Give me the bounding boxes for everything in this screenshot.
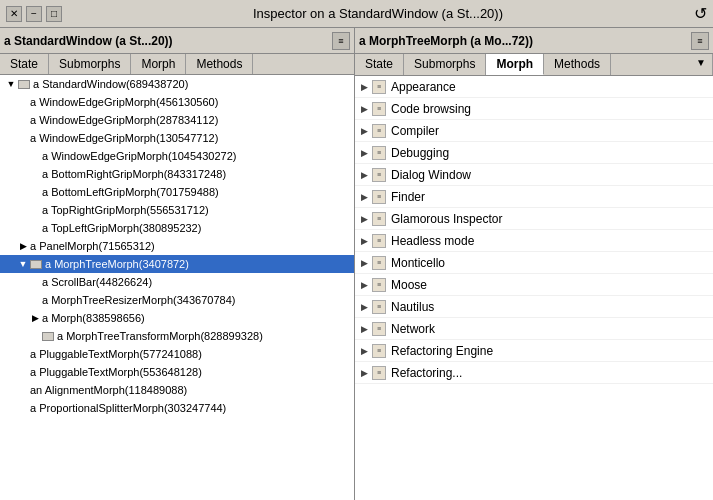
tree-row[interactable]: a WindowEdgeGripMorph(456130560) bbox=[0, 93, 354, 111]
tree-row[interactable]: ▶a PanelMorph(71565312) bbox=[0, 237, 354, 255]
right-panel-title: a MorphTreeMorph (a Mo...72)) bbox=[359, 34, 687, 48]
tree-item-label: an AlignmentMorph(118489088) bbox=[30, 384, 187, 396]
tree-row[interactable]: a BottomRightGripMorph(843317248) bbox=[0, 165, 354, 183]
tree-item-label: a PluggableTextMorph(577241088) bbox=[30, 348, 202, 360]
list-item[interactable]: ▶≡Refactoring Engine bbox=[355, 340, 713, 362]
tree-expand-icon[interactable]: ▶ bbox=[16, 241, 30, 251]
tree-row[interactable]: ▼a StandardWindow(689438720) bbox=[0, 75, 354, 93]
tree-item-label: a WindowEdgeGripMorph(287834112) bbox=[30, 114, 218, 126]
right-tab-submorphs[interactable]: Submorphs bbox=[404, 54, 486, 75]
list-item[interactable]: ▶≡Compiler bbox=[355, 120, 713, 142]
list-item-icon: ≡ bbox=[372, 322, 386, 336]
close-button[interactable]: ✕ bbox=[6, 6, 22, 22]
right-panel-header: a MorphTreeMorph (a Mo...72)) ≡ bbox=[355, 28, 713, 54]
list-item-icon: ≡ bbox=[372, 212, 386, 226]
tree-expand-icon[interactable]: ▼ bbox=[4, 79, 18, 89]
left-tab-submorphs[interactable]: Submorphs bbox=[49, 54, 131, 74]
list-item[interactable]: ▶≡Monticello bbox=[355, 252, 713, 274]
right-tab-morph[interactable]: Morph bbox=[486, 54, 544, 75]
tree-item-label: a StandardWindow(689438720) bbox=[33, 78, 188, 90]
main-container: a StandardWindow (a St...20)) ≡ StateSub… bbox=[0, 28, 713, 500]
tree-row[interactable]: a WindowEdgeGripMorph(287834112) bbox=[0, 111, 354, 129]
list-item-label: Moose bbox=[391, 278, 427, 292]
list-expand-icon: ▶ bbox=[361, 236, 368, 246]
left-tab-methods[interactable]: Methods bbox=[186, 54, 253, 74]
list-item-label: Debugging bbox=[391, 146, 449, 160]
list-expand-icon: ▶ bbox=[361, 192, 368, 202]
list-item-label: Refactoring Engine bbox=[391, 344, 493, 358]
title-bar-controls: ✕ − □ bbox=[6, 6, 62, 22]
list-expand-icon: ▶ bbox=[361, 82, 368, 92]
list-item[interactable]: ▶≡Code browsing bbox=[355, 98, 713, 120]
tree-item-label: a Morph(838598656) bbox=[42, 312, 145, 324]
tree-row[interactable]: an AlignmentMorph(118489088) bbox=[0, 381, 354, 399]
right-panel-menu-icon[interactable]: ≡ bbox=[691, 32, 709, 50]
tree-item-label: a PanelMorph(71565312) bbox=[30, 240, 155, 252]
left-panel-header: a StandardWindow (a St...20)) ≡ bbox=[0, 28, 354, 54]
tree-item-label: a TopRightGripMorph(556531712) bbox=[42, 204, 209, 216]
list-item-label: Code browsing bbox=[391, 102, 471, 116]
tab-dropdown-icon[interactable]: ▼ bbox=[690, 54, 713, 75]
list-item[interactable]: ▶≡Nautilus bbox=[355, 296, 713, 318]
tree-row[interactable]: a ScrollBar(44826624) bbox=[0, 273, 354, 291]
refresh-button[interactable]: ↺ bbox=[694, 4, 707, 23]
tree-row[interactable]: a WindowEdgeGripMorph(1045430272) bbox=[0, 147, 354, 165]
tree-row[interactable]: a MorphTreeResizerMorph(343670784) bbox=[0, 291, 354, 309]
list-item[interactable]: ▶≡Refactoring... bbox=[355, 362, 713, 384]
list-item[interactable]: ▶≡Appearance bbox=[355, 76, 713, 98]
list-item[interactable]: ▶≡Glamorous Inspector bbox=[355, 208, 713, 230]
right-tab-bar: StateSubmorphsMorphMethods▼ bbox=[355, 54, 713, 76]
tree-row[interactable]: a TopRightGripMorph(556531712) bbox=[0, 201, 354, 219]
list-expand-icon: ▶ bbox=[361, 148, 368, 158]
tree-row[interactable]: a ProportionalSplitterMorph(303247744) bbox=[0, 399, 354, 417]
list-item[interactable]: ▶≡Network bbox=[355, 318, 713, 340]
tree-expand-icon[interactable]: ▼ bbox=[16, 259, 30, 269]
right-tab-state[interactable]: State bbox=[355, 54, 404, 75]
morph-icon bbox=[30, 257, 42, 271]
tree-item-label: a WindowEdgeGripMorph(456130560) bbox=[30, 96, 218, 108]
list-item-icon: ≡ bbox=[372, 190, 386, 204]
tree-row[interactable]: ▼a MorphTreeMorph(3407872) bbox=[0, 255, 354, 273]
list-item-label: Headless mode bbox=[391, 234, 474, 248]
tree-item-label: a MorphTreeTransformMorph(828899328) bbox=[57, 330, 263, 342]
list-item-label: Network bbox=[391, 322, 435, 336]
tree-item-label: a WindowEdgeGripMorph(130547712) bbox=[30, 132, 218, 144]
list-item-label: Refactoring... bbox=[391, 366, 462, 380]
list-item[interactable]: ▶≡Dialog Window bbox=[355, 164, 713, 186]
left-tab-bar: StateSubmorphsMorphMethods bbox=[0, 54, 354, 75]
tree-row[interactable]: a WindowEdgeGripMorph(130547712) bbox=[0, 129, 354, 147]
list-expand-icon: ▶ bbox=[361, 302, 368, 312]
tree-row[interactable]: ▶a Morph(838598656) bbox=[0, 309, 354, 327]
tree-item-label: a MorphTreeMorph(3407872) bbox=[45, 258, 189, 270]
list-item-icon: ≡ bbox=[372, 234, 386, 248]
list-expand-icon: ▶ bbox=[361, 324, 368, 334]
list-item-icon: ≡ bbox=[372, 102, 386, 116]
tree-row[interactable]: a MorphTreeTransformMorph(828899328) bbox=[0, 327, 354, 345]
left-panel: a StandardWindow (a St...20)) ≡ StateSub… bbox=[0, 28, 355, 500]
list-item[interactable]: ▶≡Debugging bbox=[355, 142, 713, 164]
minimize-button[interactable]: − bbox=[26, 6, 42, 22]
list-expand-icon: ▶ bbox=[361, 258, 368, 268]
window-title: Inspector on a StandardWindow (a St...20… bbox=[253, 6, 503, 21]
tree-item-label: a BottomRightGripMorph(843317248) bbox=[42, 168, 226, 180]
list-expand-icon: ▶ bbox=[361, 170, 368, 180]
maximize-button[interactable]: □ bbox=[46, 6, 62, 22]
list-expand-icon: ▶ bbox=[361, 214, 368, 224]
tree-row[interactable]: a PluggableTextMorph(577241088) bbox=[0, 345, 354, 363]
list-item[interactable]: ▶≡Moose bbox=[355, 274, 713, 296]
tree-row[interactable]: a PluggableTextMorph(553648128) bbox=[0, 363, 354, 381]
right-list: ▶≡Appearance▶≡Code browsing▶≡Compiler▶≡D… bbox=[355, 76, 713, 500]
list-expand-icon: ▶ bbox=[361, 346, 368, 356]
list-item[interactable]: ▶≡Finder bbox=[355, 186, 713, 208]
list-item-icon: ≡ bbox=[372, 278, 386, 292]
left-panel-menu-icon[interactable]: ≡ bbox=[332, 32, 350, 50]
list-item[interactable]: ▶≡Headless mode bbox=[355, 230, 713, 252]
left-tab-morph[interactable]: Morph bbox=[131, 54, 186, 74]
list-item-label: Monticello bbox=[391, 256, 445, 270]
right-tab-methods[interactable]: Methods bbox=[544, 54, 611, 75]
tree-row[interactable]: a TopLeftGripMorph(380895232) bbox=[0, 219, 354, 237]
tree-row[interactable]: a BottomLeftGripMorph(701759488) bbox=[0, 183, 354, 201]
list-item-icon: ≡ bbox=[372, 344, 386, 358]
tree-expand-icon[interactable]: ▶ bbox=[28, 313, 42, 323]
left-tab-state[interactable]: State bbox=[0, 54, 49, 74]
